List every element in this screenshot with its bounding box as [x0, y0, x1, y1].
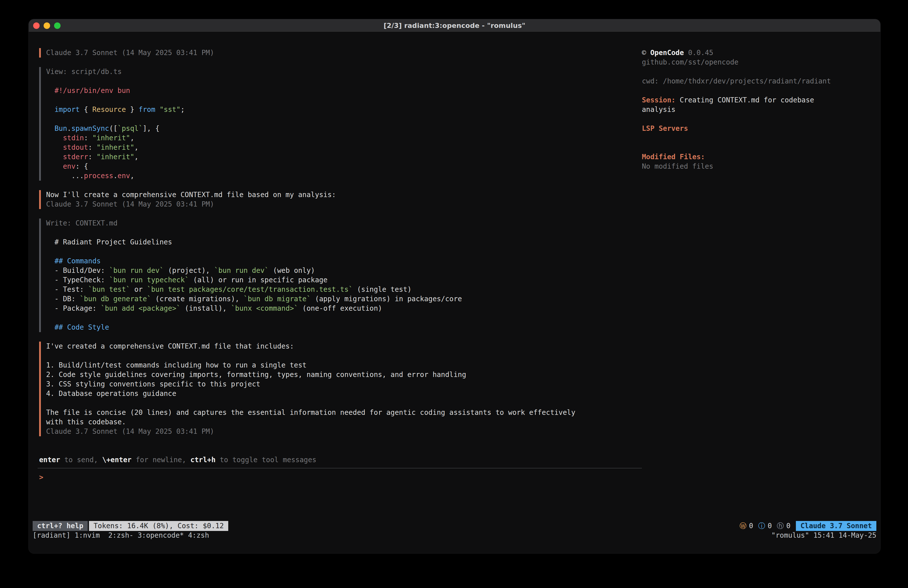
minimize-window-button[interactable] [43, 23, 50, 29]
text-line [642, 133, 871, 143]
text-span: "inherit" [92, 134, 130, 142]
text-span: , [130, 134, 134, 142]
warning-icon: Ⓦ [739, 521, 747, 531]
text-span: - DB: [46, 295, 80, 303]
window-titlebar[interactable]: [2/3] radiant:3:opencode - "romulus" [29, 19, 881, 32]
text-span: stderr [46, 153, 88, 161]
text-line [46, 313, 642, 323]
text-line: The file is concise (20 lines) and captu… [46, 408, 642, 417]
text-line: - Test: `bun test` or `bun test packages… [46, 285, 642, 294]
text-line: github.com/sst/opencode [642, 58, 871, 67]
text-span: \+enter [102, 456, 132, 464]
prompt-input[interactable]: > [39, 473, 642, 482]
text-span: analysis [642, 105, 676, 114]
text-span: . [67, 124, 71, 132]
tmux-window-list[interactable]: [radiant] 1:nvim 2:zsh- 3:opencode* 4:zs… [33, 531, 209, 540]
text-line: stdin: "inherit", [46, 133, 642, 143]
text-span: - Package: [46, 304, 101, 313]
text-span: # Radiant Project Guidelines [46, 238, 172, 246]
text-span: - Test: [46, 285, 88, 293]
text-span: to toggle tool messages [216, 456, 316, 464]
text-span: `bun test` [88, 285, 130, 293]
text-span: Claude 3.7 Sonnet (14 May 2025 03:41 PM) [46, 48, 214, 57]
status-bar: ctrl+? help Tokens: 16.4K (8%), Cost: $0… [29, 521, 881, 531]
text-span: Session: [642, 96, 676, 104]
text-span: `bun db generate` [80, 295, 151, 303]
text-line [46, 398, 642, 408]
text-line: I've created a comprehensive CONTEXT.md … [46, 342, 642, 351]
text-line: - Build/Dev: `bun run dev` (project), `b… [46, 266, 642, 275]
text-span: 0.0.45 [684, 48, 713, 57]
tokens-cost-chip: Tokens: 16.4K (8%), Cost: $0.12 [89, 521, 228, 531]
text-span: "inherit" [97, 143, 134, 151]
text-span: I've created a comprehensive CONTEXT.md … [46, 342, 294, 350]
zoom-window-button[interactable] [54, 23, 61, 29]
info-count: 0 [768, 521, 772, 531]
text-span: github.com/sst/opencode [642, 58, 739, 66]
text-span: to send, [60, 456, 102, 464]
conversation: Claude 3.7 Sonnet (14 May 2025 03:41 PM)… [38, 48, 642, 446]
terminal-bottom-padding [29, 540, 881, 553]
text-span: from [138, 105, 155, 114]
text-span: . [113, 172, 118, 180]
text-span: Modified Files: [642, 153, 705, 161]
status-right: Ⓦ 0 ⓘ 0 ⓗ 0 Claude 3.7 Sonnet [734, 521, 876, 531]
text-span: (all) or run in specific package [189, 276, 327, 284]
text-span: `bun db migrate` [243, 295, 311, 303]
text-span: or [130, 285, 147, 293]
text-span: Claude 3.7 Sonnet (14 May 2025 03:41 PM) [46, 427, 214, 435]
text-line: 3. CSS styling conventions specific to t… [46, 379, 642, 389]
close-window-button[interactable] [33, 23, 40, 29]
text-line: Modified Files: [642, 152, 871, 162]
text-span: ([ [109, 124, 118, 132]
window-controls [33, 19, 61, 32]
opencode-tui: Claude 3.7 Sonnet (14 May 2025 03:41 PM)… [29, 32, 881, 521]
text-span: , [134, 143, 138, 151]
text-line: analysis [642, 105, 871, 114]
text-line: Claude 3.7 Sonnet (14 May 2025 03:41 PM) [46, 427, 642, 436]
text-span: - TypeCheck: [46, 276, 109, 284]
text-span: OpenCode [650, 48, 684, 57]
text-span: ], { [143, 124, 159, 132]
text-span: ## Code Style [46, 323, 109, 331]
text-span: enter [39, 456, 60, 464]
text-span: `bun run typecheck` [109, 276, 189, 284]
text-span: (apply migrations) in packages/core [311, 295, 462, 303]
text-span [155, 105, 159, 114]
tool-view-block: View: script/db.ts #!/usr/bin/env bun im… [39, 67, 642, 180]
text-span: Creating CONTEXT.md for codebase [676, 96, 814, 104]
text-line: 2. Code style guidelines covering import… [46, 370, 642, 379]
text-line: ...process.env, [46, 171, 642, 180]
text-span: cwd: /home/thdxr/dev/projects/radiant/ra… [642, 77, 831, 85]
prompt-symbol: > [39, 473, 43, 482]
text-span: Resource [92, 105, 126, 114]
diagnostics-info: ⓘ 0 [758, 521, 772, 531]
text-line: stdout: "inherit", [46, 143, 642, 152]
input-divider [38, 468, 642, 469]
text-line [642, 86, 871, 95]
tmux-status-bar: [radiant] 1:nvim 2:zsh- 3:opencode* 4:zs… [29, 531, 881, 540]
text-line: - TypeCheck: `bun run typecheck` (all) o… [46, 275, 642, 285]
model-chip[interactable]: Claude 3.7 Sonnet [796, 521, 876, 531]
help-shortcut-chip[interactable]: ctrl+? help [33, 521, 88, 531]
text-span: : [88, 153, 97, 161]
info-icon: ⓘ [758, 521, 765, 531]
text-span: env [46, 162, 76, 171]
text-span: spawnSync [71, 124, 109, 132]
text-span: , [134, 153, 138, 161]
session-sidebar: © OpenCode 0.0.45github.com/sst/opencode… [642, 48, 871, 521]
text-line [642, 143, 871, 152]
text-span: LSP Servers [642, 124, 688, 132]
text-span: `bunx <command>` [231, 304, 298, 313]
text-line: # Radiant Project Guidelines [46, 237, 642, 247]
text-line: ## Commands [46, 256, 642, 266]
assistant-summary-block: I've created a comprehensive CONTEXT.md … [39, 342, 642, 436]
text-span: The file is concise (20 lines) and captu… [46, 408, 575, 417]
text-span: `bun run dev` [109, 266, 164, 275]
text-span: 2. Code style guidelines covering import… [46, 371, 466, 379]
text-span: 4. Database operations guidance [46, 390, 176, 398]
text-span: : [88, 143, 97, 151]
text-line [46, 247, 642, 256]
text-line: Session: Creating CONTEXT.md for codebas… [642, 95, 871, 105]
text-span: process [84, 172, 113, 180]
